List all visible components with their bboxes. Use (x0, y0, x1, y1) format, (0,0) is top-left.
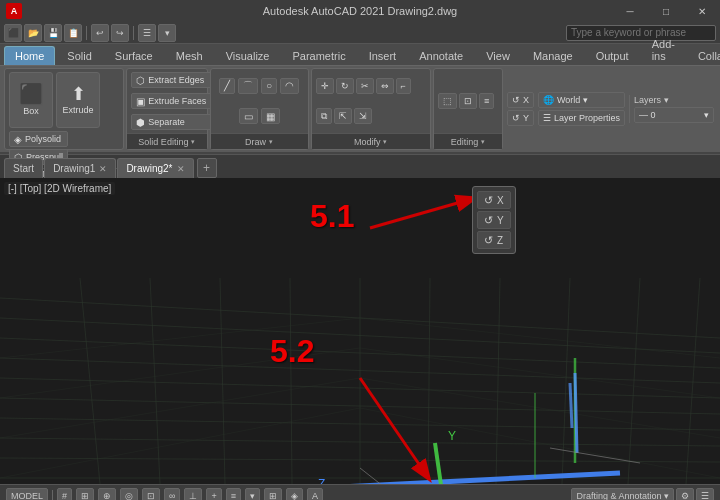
status-lw[interactable]: ≡ (226, 488, 241, 501)
extrude-faces-icon: ▣ (136, 96, 145, 107)
tab-mesh[interactable]: Mesh (165, 46, 214, 65)
btn-arc[interactable]: ◠ (280, 78, 299, 94)
qa-save[interactable]: 💾 (44, 24, 62, 42)
btn-edit2[interactable]: ⊡ (459, 93, 477, 109)
layers-icon: ☰ (543, 113, 551, 123)
btn-polyline[interactable]: ⌒ (238, 78, 258, 94)
tab-add-button[interactable]: + (197, 158, 217, 178)
status-qprops[interactable]: ⊞ (264, 488, 282, 501)
qa-workspace[interactable]: ☰ (138, 24, 156, 42)
ucs-x-button[interactable]: ↺ X (477, 191, 511, 209)
ucs-z-rotate-icon: ↺ (484, 234, 493, 247)
minimize-button[interactable]: ─ (612, 0, 648, 22)
btn-extrude[interactable]: ⬆ Extrude (56, 72, 100, 128)
close-button[interactable]: ✕ (684, 0, 720, 22)
status-grid[interactable]: ⊞ (76, 488, 94, 501)
tab-annotate[interactable]: Annotate (408, 46, 474, 65)
tab-start[interactable]: Start (4, 158, 43, 178)
btn-scale[interactable]: ⇱ (334, 108, 352, 124)
btn-hatch[interactable]: ▦ (261, 108, 280, 124)
arc-icon: ◠ (285, 80, 294, 91)
btn-layerprop[interactable]: ☰ Layer Properties (538, 110, 625, 126)
panel-editing-label[interactable]: Editing ▾ (434, 133, 502, 149)
tab-parametric[interactable]: Parametric (281, 46, 356, 65)
panel-draw-label[interactable]: Draw ▾ (211, 133, 308, 149)
qa-more[interactable]: ▾ (158, 24, 176, 42)
qa-undo[interactable]: ↩ (91, 24, 109, 42)
tab-addins[interactable]: Add-ins (641, 34, 686, 65)
modify-expand-icon: ▾ (383, 138, 387, 146)
btn-rect[interactable]: ▭ (239, 108, 258, 124)
qa-redo[interactable]: ↪ (111, 24, 129, 42)
panel-modify-label[interactable]: Modify ▾ (312, 133, 430, 149)
ucs-y-rotate-icon: ↺ (484, 214, 493, 227)
status-model[interactable]: MODEL (6, 488, 48, 501)
status-snap[interactable]: # (57, 488, 72, 501)
svg-text:Y: Y (448, 429, 456, 443)
separate-icon: ⬢ (136, 117, 145, 128)
status-menu[interactable]: ☰ (696, 488, 714, 501)
panel-solidediting-label[interactable]: Solid Editing ▾ (127, 133, 206, 149)
btn-rotate[interactable]: ↻ (336, 78, 354, 94)
btn-circle[interactable]: ○ (261, 78, 277, 94)
panel-modeling-content: ⬛ Box ⬆ Extrude ◈ Polysolid ⬡ Presspull (5, 69, 123, 168)
btn-polysolid[interactable]: ◈ Polysolid (9, 131, 68, 147)
btn-copy[interactable]: ⧉ (316, 108, 332, 124)
window-title: Autodesk AutoCAD 2021 Drawing2.dwg (263, 5, 457, 17)
btn-ucs-x[interactable]: ↺ X (507, 92, 534, 108)
ucs-y-button[interactable]: ↺ Y (477, 211, 511, 229)
panel-modify-content: ✛ ↻ ✂ ⇔ ⌐ ⧉ ⇱ ⇲ (312, 69, 430, 133)
svg-text:Z: Z (318, 477, 325, 484)
tab-output[interactable]: Output (585, 46, 640, 65)
viewport-view-label[interactable]: [-] [Top] [2D Wireframe] (4, 182, 115, 195)
status-sc[interactable]: ◈ (286, 488, 303, 501)
qa-saveas[interactable]: 📋 (64, 24, 82, 42)
btn-edit3[interactable]: ≡ (479, 93, 494, 109)
btn-ucs-y[interactable]: ↺ Y (507, 110, 534, 126)
qa-open[interactable]: 📂 (24, 24, 42, 42)
btn-edit1[interactable]: ⬚ (438, 93, 457, 109)
tab-home[interactable]: Home (4, 46, 55, 65)
qa-new[interactable]: ⬛ (4, 24, 22, 42)
tab-drawing1-close[interactable]: ✕ (99, 164, 107, 174)
btn-line[interactable]: ╱ (219, 78, 235, 94)
tab-visualize[interactable]: Visualize (215, 46, 281, 65)
status-ortho[interactable]: ⊕ (98, 488, 116, 501)
status-dyn[interactable]: + (206, 488, 221, 501)
btn-mirror[interactable]: ⇔ (376, 78, 394, 94)
svg-line-41 (570, 383, 572, 428)
tab-surface[interactable]: Surface (104, 46, 164, 65)
extrude-icon: ⬆ (71, 85, 86, 103)
status-polar[interactable]: ◎ (120, 488, 138, 501)
status-annomon[interactable]: A (307, 488, 323, 501)
tab-view[interactable]: View (475, 46, 521, 65)
btn-world[interactable]: 🌐 World ▾ (538, 92, 625, 108)
tab-drawing1[interactable]: Drawing1 ✕ (44, 158, 116, 178)
btn-layer-control[interactable]: — 0 ▾ (634, 107, 714, 123)
tab-manage[interactable]: Manage (522, 46, 584, 65)
btn-trim[interactable]: ✂ (356, 78, 374, 94)
status-ducs[interactable]: ⊥ (184, 488, 202, 501)
btn-stretch[interactable]: ⇲ (354, 108, 372, 124)
btn-box[interactable]: ⬛ Box (9, 72, 53, 128)
tab-solid[interactable]: Solid (56, 46, 102, 65)
tab-collaborate[interactable]: Collaborate (687, 46, 720, 65)
ribbon: ⬛ Box ⬆ Extrude ◈ Polysolid ⬡ Presspull … (0, 66, 720, 154)
btn-fillet[interactable]: ⌐ (396, 78, 411, 94)
status-settings[interactable]: ⚙ (676, 488, 694, 501)
status-ws[interactable]: Drafting & Annotation ▾ (571, 488, 674, 501)
tab-drawing2-close[interactable]: ✕ (177, 164, 185, 174)
world-icon: 🌐 (543, 95, 554, 105)
line-icon: ╱ (224, 80, 230, 91)
circle-icon: ○ (266, 80, 272, 91)
status-otrack[interactable]: ∞ (164, 488, 180, 501)
status-tpmode[interactable]: ▾ (245, 488, 260, 501)
maximize-button[interactable]: □ (648, 0, 684, 22)
ucs-popup: ↺ X ↺ Y ↺ Z (472, 186, 516, 254)
ucs-z-button[interactable]: ↺ Z (477, 231, 511, 249)
btn-move[interactable]: ✛ (316, 78, 334, 94)
tab-insert[interactable]: Insert (358, 46, 408, 65)
tabs-bar: Start Drawing1 ✕ Drawing2* ✕ + (0, 154, 720, 178)
tab-drawing2[interactable]: Drawing2* ✕ (117, 158, 193, 178)
status-osnap[interactable]: ⊡ (142, 488, 160, 501)
